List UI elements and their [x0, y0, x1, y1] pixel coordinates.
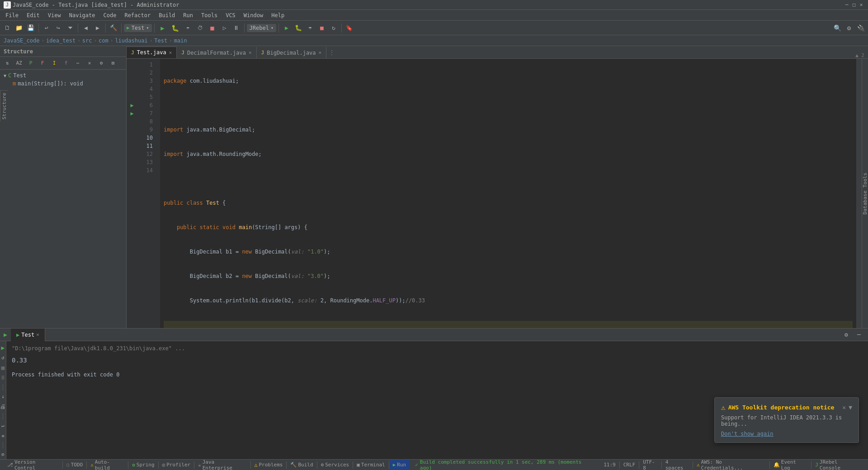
status-auto-build[interactable]: ⚠ Auto-build [87, 460, 128, 470]
tab-test-java[interactable]: J Test.java × [127, 47, 177, 58]
close-button[interactable]: ✕ [858, 2, 864, 8]
toolbar-recent[interactable]: ⏷ [65, 23, 75, 33]
breadcrumb-project[interactable]: JavaSE_code [4, 38, 39, 44]
coverage-button[interactable]: ☂ [182, 23, 194, 33]
toolbar-redo[interactable]: ↪ [53, 23, 64, 33]
structure-sort-alpha[interactable]: AZ [14, 58, 24, 69]
title-bar: J JavaSE_code - Test.java [idea_test] - … [0, 0, 868, 10]
menu-build[interactable]: Build [155, 10, 179, 21]
tree-root-test[interactable]: ▼ C Test [2, 71, 124, 80]
status-java-enterprise[interactable]: ☕ Java Enterprise [194, 460, 250, 470]
run-tab-close[interactable]: × [36, 332, 39, 338]
run-button[interactable]: ▶ [157, 23, 169, 33]
menu-refactor[interactable]: Refactor [121, 10, 154, 21]
notification-dont-show[interactable]: Don't show again [721, 431, 852, 437]
breadcrumb-class[interactable]: Test [154, 38, 167, 44]
structure-settings[interactable]: ⚙ [96, 58, 107, 69]
status-line-col[interactable]: 11:9 [600, 460, 619, 470]
status-indent[interactable]: 4 spaces [662, 460, 693, 470]
tab-bigdecimal-java[interactable]: J BigDecimal.java × [257, 47, 327, 58]
profile-button[interactable]: ⏱ [195, 23, 206, 33]
structure-expand[interactable]: ⊞ [108, 58, 118, 69]
breadcrumb-module[interactable]: idea_test [46, 38, 75, 44]
stop-button[interactable]: ■ [207, 23, 218, 33]
gutter-7[interactable]: ▶ [127, 109, 137, 118]
tree-item-main[interactable]: m main(String[]): void [11, 80, 124, 88]
breadcrumb-method[interactable]: main [174, 38, 187, 44]
structure-sort[interactable]: ⇅ [2, 58, 13, 69]
tab-decimalformat-java[interactable]: J DecimalFormat.java × [177, 47, 256, 58]
run-configuration[interactable]: ▶ Test ▾ [124, 24, 152, 32]
status-problems[interactable]: △ Problems [251, 460, 287, 470]
menu-window[interactable]: Window [240, 10, 267, 21]
menu-view[interactable]: View [44, 10, 65, 21]
menu-vcs[interactable]: VCS [222, 10, 239, 21]
resume-button[interactable]: ▷ [219, 23, 230, 33]
menu-code[interactable]: Code [100, 10, 120, 21]
minimize-button[interactable]: ─ [844, 2, 850, 8]
code-editor[interactable]: package com.liudashuai; import java.math… [160, 59, 856, 328]
tab-close-bigdecimal[interactable]: × [319, 50, 322, 56]
status-profiler[interactable]: ◎ Profiler [159, 460, 194, 470]
menu-help[interactable]: Help [268, 10, 288, 21]
tab-close-test[interactable]: × [169, 50, 172, 56]
status-spring[interactable]: ✿ Spring [128, 460, 158, 470]
notification-expand[interactable]: ▼ [849, 404, 852, 411]
toolbar-forward[interactable]: ▶ [92, 23, 103, 33]
toolbar-back[interactable]: ◀ [80, 23, 91, 33]
status-encoding[interactable]: UTF-8 [639, 460, 661, 470]
jrebel-coverage[interactable]: ☂ [305, 23, 316, 33]
bookmark-btn[interactable]: 🔖 [344, 23, 355, 33]
breadcrumb-pkg-com[interactable]: com [99, 38, 108, 44]
status-todo[interactable]: ☐ TODO [63, 460, 86, 470]
breadcrumb-pkg-liudashuai[interactable]: liudashuai [115, 38, 147, 44]
run-icon-left[interactable]: ▶ [0, 329, 11, 340]
jrebel-run[interactable]: ▶ [281, 23, 292, 33]
jrebel-debug[interactable]: 🐛 [293, 23, 304, 33]
structure-visibility[interactable]: P [25, 58, 36, 69]
settings-button[interactable]: ⚙ [844, 23, 854, 33]
structure-more[interactable]: ⋯ [72, 58, 83, 69]
debug-button[interactable]: 🐛 [170, 23, 181, 33]
status-line-separator[interactable]: CRLF [620, 460, 639, 470]
structure-inherited[interactable]: I [49, 58, 60, 69]
jrebel-config[interactable]: JRebel ▾ [247, 24, 276, 32]
run-tab[interactable]: ▶ Test × [11, 329, 45, 341]
status-aws[interactable]: ⚠ AWS: No Credentials... [693, 460, 769, 470]
menu-navigate[interactable]: Navigate [66, 10, 99, 21]
structure-fields[interactable]: f [61, 58, 71, 69]
structure-close[interactable]: ✕ [84, 58, 95, 69]
status-run[interactable]: ▶ Run [389, 460, 410, 470]
toolbar-undo[interactable]: ↩ [41, 23, 52, 33]
menu-edit[interactable]: Edit [23, 10, 43, 21]
status-services[interactable]: ⚙ Services [317, 460, 353, 470]
menu-file[interactable]: File [2, 10, 22, 21]
jrebel-stop[interactable]: ■ [316, 23, 327, 33]
menu-run[interactable]: Run [179, 10, 197, 21]
toolbar-build-project[interactable]: 🔨 [108, 23, 119, 33]
tab-close-decimalformat[interactable]: × [249, 50, 252, 56]
tab-more[interactable]: ⋮ [326, 47, 337, 58]
toolbar-new[interactable]: 🗋 [2, 23, 13, 33]
toolbar-open[interactable]: 📁 [14, 23, 24, 33]
status-event-log[interactable]: 🔔 Event Log [770, 460, 811, 470]
status-jrebel[interactable]: J JRebel Console [811, 460, 864, 470]
bottom-minimize[interactable]: ─ [854, 329, 864, 340]
plugins-button[interactable]: 🔌 [855, 23, 866, 33]
pause-button[interactable]: ⏸ [231, 23, 242, 33]
breadcrumb-src[interactable]: src [82, 38, 92, 44]
structure-vertical-tab[interactable]: Structure [0, 90, 8, 122]
jrebel-update[interactable]: ↻ [328, 23, 339, 33]
search-everywhere[interactable]: 🔍 [832, 23, 843, 33]
status-terminal[interactable]: ▣ Terminal [353, 460, 389, 470]
status-build[interactable]: 🔨 Build [287, 460, 316, 470]
menu-tools[interactable]: Tools [198, 10, 221, 21]
gutter-6[interactable]: ▶ [127, 101, 137, 109]
notification-close[interactable]: ✕ [842, 404, 846, 411]
status-version-control[interactable]: ⎇ Version Control [4, 460, 62, 470]
database-tab[interactable]: Database Tools [860, 171, 868, 216]
toolbar-save[interactable]: 💾 [25, 23, 36, 33]
bottom-settings[interactable]: ⚙ [841, 329, 852, 340]
maximize-button[interactable]: □ [851, 2, 857, 8]
structure-filter[interactable]: F [37, 58, 48, 69]
